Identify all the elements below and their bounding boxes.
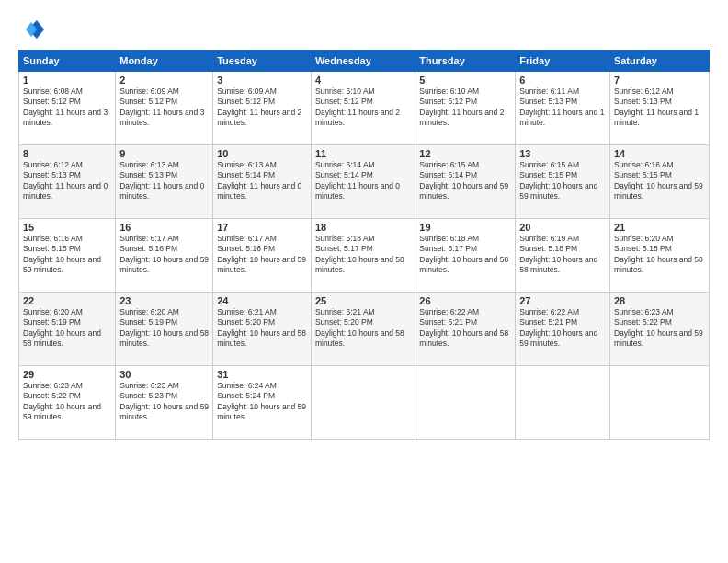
day-number: 4: [315, 75, 411, 86]
day-info: Sunrise: 6:22 AM Sunset: 5:21 PM Dayligh…: [419, 307, 511, 350]
calendar-day-cell: 4 Sunrise: 6:10 AM Sunset: 5:12 PM Dayli…: [311, 72, 415, 145]
day-info: Sunrise: 6:15 AM Sunset: 5:14 PM Dayligh…: [419, 160, 511, 202]
day-info: Sunrise: 6:24 AM Sunset: 5:24 PM Dayligh…: [217, 381, 307, 423]
calendar-day-cell: [311, 366, 415, 440]
calendar-day-cell: 31 Sunrise: 6:24 AM Sunset: 5:24 PM Dayl…: [213, 366, 312, 440]
day-info: Sunrise: 6:09 AM Sunset: 5:12 PM Dayligh…: [217, 86, 307, 129]
calendar-table: SundayMondayTuesdayWednesdayThursdayFrid…: [18, 50, 710, 440]
day-number: 10: [217, 148, 307, 159]
day-info: Sunrise: 6:20 AM Sunset: 5:18 PM Dayligh…: [614, 234, 705, 276]
day-info: Sunrise: 6:10 AM Sunset: 5:12 PM Dayligh…: [315, 86, 411, 129]
day-number: 20: [519, 222, 606, 233]
calendar-week-row: 8 Sunrise: 6:12 AM Sunset: 5:13 PM Dayli…: [19, 145, 710, 219]
calendar-week-row: 15 Sunrise: 6:16 AM Sunset: 5:15 PM Dayl…: [19, 219, 710, 293]
calendar-day-cell: 25 Sunrise: 6:21 AM Sunset: 5:20 PM Dayl…: [311, 293, 415, 366]
day-info: Sunrise: 6:12 AM Sunset: 5:13 PM Dayligh…: [23, 160, 111, 202]
calendar-week-row: 29 Sunrise: 6:23 AM Sunset: 5:22 PM Dayl…: [19, 366, 710, 440]
calendar-day-cell: 23 Sunrise: 6:20 AM Sunset: 5:19 PM Dayl…: [116, 293, 213, 366]
calendar-day-cell: 22 Sunrise: 6:20 AM Sunset: 5:19 PM Dayl…: [19, 293, 116, 366]
calendar-day-cell: 29 Sunrise: 6:23 AM Sunset: 5:22 PM Dayl…: [19, 366, 116, 440]
calendar-day-cell: 27 Sunrise: 6:22 AM Sunset: 5:21 PM Dayl…: [516, 293, 610, 366]
day-number: 13: [519, 148, 606, 159]
calendar-day-cell: 8 Sunrise: 6:12 AM Sunset: 5:13 PM Dayli…: [19, 145, 116, 219]
calendar-header-cell: Monday: [116, 51, 213, 72]
day-info: Sunrise: 6:09 AM Sunset: 5:12 PM Dayligh…: [119, 86, 209, 129]
page: SundayMondayTuesdayWednesdayThursdayFrid…: [0, 0, 728, 563]
day-info: Sunrise: 6:23 AM Sunset: 5:22 PM Dayligh…: [614, 307, 705, 350]
calendar-day-cell: [516, 366, 610, 440]
calendar-day-cell: 24 Sunrise: 6:21 AM Sunset: 5:20 PM Dayl…: [213, 293, 312, 366]
calendar-day-cell: [415, 366, 516, 440]
calendar-day-cell: 3 Sunrise: 6:09 AM Sunset: 5:12 PM Dayli…: [213, 72, 312, 145]
day-number: 11: [315, 148, 411, 159]
calendar-header-cell: Tuesday: [213, 51, 312, 72]
day-number: 30: [119, 369, 209, 380]
header: [18, 17, 710, 42]
calendar-day-cell: 1 Sunrise: 6:08 AM Sunset: 5:12 PM Dayli…: [19, 72, 116, 145]
calendar-header-cell: Saturday: [609, 51, 709, 72]
day-number: 23: [119, 295, 209, 306]
calendar-day-cell: 30 Sunrise: 6:23 AM Sunset: 5:23 PM Dayl…: [116, 366, 213, 440]
day-number: 26: [419, 295, 511, 306]
calendar-header-row: SundayMondayTuesdayWednesdayThursdayFrid…: [19, 51, 710, 72]
day-info: Sunrise: 6:14 AM Sunset: 5:14 PM Dayligh…: [315, 160, 411, 202]
day-info: Sunrise: 6:23 AM Sunset: 5:23 PM Dayligh…: [119, 381, 209, 423]
calendar-header-cell: Sunday: [19, 51, 116, 72]
day-number: 16: [119, 222, 209, 233]
day-number: 6: [519, 75, 606, 86]
calendar-day-cell: 14 Sunrise: 6:16 AM Sunset: 5:15 PM Dayl…: [609, 145, 709, 219]
day-number: 27: [519, 295, 606, 306]
day-info: Sunrise: 6:22 AM Sunset: 5:21 PM Dayligh…: [519, 307, 606, 350]
day-number: 2: [119, 75, 209, 86]
calendar-header-cell: Wednesday: [311, 51, 415, 72]
calendar-week-row: 1 Sunrise: 6:08 AM Sunset: 5:12 PM Dayli…: [19, 72, 710, 145]
calendar-day-cell: 28 Sunrise: 6:23 AM Sunset: 5:22 PM Dayl…: [609, 293, 709, 366]
calendar-day-cell: 20 Sunrise: 6:19 AM Sunset: 5:18 PM Dayl…: [516, 219, 610, 293]
calendar-day-cell: 10 Sunrise: 6:13 AM Sunset: 5:14 PM Dayl…: [213, 145, 312, 219]
day-info: Sunrise: 6:11 AM Sunset: 5:13 PM Dayligh…: [519, 86, 606, 129]
day-info: Sunrise: 6:16 AM Sunset: 5:15 PM Dayligh…: [23, 234, 111, 276]
calendar-day-cell: 26 Sunrise: 6:22 AM Sunset: 5:21 PM Dayl…: [415, 293, 516, 366]
day-number: 12: [419, 148, 511, 159]
calendar-day-cell: [609, 366, 709, 440]
calendar-header-cell: Thursday: [415, 51, 516, 72]
day-info: Sunrise: 6:18 AM Sunset: 5:17 PM Dayligh…: [315, 234, 411, 276]
day-info: Sunrise: 6:10 AM Sunset: 5:12 PM Dayligh…: [419, 86, 511, 129]
day-number: 22: [23, 295, 111, 306]
day-info: Sunrise: 6:16 AM Sunset: 5:15 PM Dayligh…: [614, 160, 705, 202]
day-info: Sunrise: 6:21 AM Sunset: 5:20 PM Dayligh…: [315, 307, 411, 350]
day-info: Sunrise: 6:20 AM Sunset: 5:19 PM Dayligh…: [23, 307, 111, 350]
calendar-day-cell: 15 Sunrise: 6:16 AM Sunset: 5:15 PM Dayl…: [19, 219, 116, 293]
calendar-day-cell: 19 Sunrise: 6:18 AM Sunset: 5:17 PM Dayl…: [415, 219, 516, 293]
day-info: Sunrise: 6:20 AM Sunset: 5:19 PM Dayligh…: [119, 307, 209, 350]
logo: [18, 17, 48, 42]
day-number: 1: [23, 75, 111, 86]
calendar-day-cell: 13 Sunrise: 6:15 AM Sunset: 5:15 PM Dayl…: [516, 145, 610, 219]
day-info: Sunrise: 6:17 AM Sunset: 5:16 PM Dayligh…: [217, 234, 307, 276]
day-number: 7: [614, 75, 705, 86]
logo-icon: [18, 17, 44, 42]
calendar-day-cell: 11 Sunrise: 6:14 AM Sunset: 5:14 PM Dayl…: [311, 145, 415, 219]
calendar-day-cell: 12 Sunrise: 6:15 AM Sunset: 5:14 PM Dayl…: [415, 145, 516, 219]
day-number: 31: [217, 369, 307, 380]
day-number: 18: [315, 222, 411, 233]
day-number: 15: [23, 222, 111, 233]
day-info: Sunrise: 6:17 AM Sunset: 5:16 PM Dayligh…: [119, 234, 209, 276]
calendar-header-cell: Friday: [516, 51, 610, 72]
day-info: Sunrise: 6:18 AM Sunset: 5:17 PM Dayligh…: [419, 234, 511, 276]
day-number: 5: [419, 75, 511, 86]
calendar-day-cell: 7 Sunrise: 6:12 AM Sunset: 5:13 PM Dayli…: [609, 72, 709, 145]
calendar-day-cell: 2 Sunrise: 6:09 AM Sunset: 5:12 PM Dayli…: [116, 72, 213, 145]
calendar-day-cell: 17 Sunrise: 6:17 AM Sunset: 5:16 PM Dayl…: [213, 219, 312, 293]
day-info: Sunrise: 6:15 AM Sunset: 5:15 PM Dayligh…: [519, 160, 606, 202]
day-number: 25: [315, 295, 411, 306]
day-number: 14: [614, 148, 705, 159]
day-number: 28: [614, 295, 705, 306]
day-number: 21: [614, 222, 705, 233]
day-info: Sunrise: 6:13 AM Sunset: 5:14 PM Dayligh…: [217, 160, 307, 202]
day-number: 19: [419, 222, 511, 233]
day-info: Sunrise: 6:08 AM Sunset: 5:12 PM Dayligh…: [23, 86, 111, 129]
calendar-day-cell: 16 Sunrise: 6:17 AM Sunset: 5:16 PM Dayl…: [116, 219, 213, 293]
calendar-day-cell: 6 Sunrise: 6:11 AM Sunset: 5:13 PM Dayli…: [516, 72, 610, 145]
day-number: 8: [23, 148, 111, 159]
